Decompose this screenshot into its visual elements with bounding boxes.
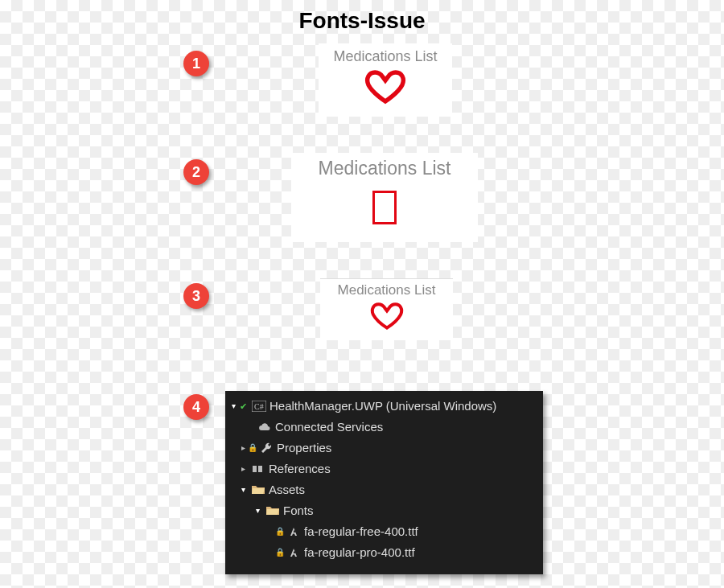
wrench-icon: [259, 441, 274, 455]
callout-badge-2: 2: [183, 159, 209, 185]
cloud-icon: [257, 420, 272, 434]
connected-services-label: Connected Services: [275, 419, 383, 435]
chevron-right-icon[interactable]: ▸: [238, 442, 248, 454]
card-3-label: Medications List: [338, 282, 436, 298]
references-label: References: [269, 461, 331, 477]
project-name: HealthManager.UWP (Universal Windows): [269, 398, 496, 414]
tree-item-properties[interactable]: ▸ 🔒 Properties: [228, 438, 540, 458]
page-title: Fonts-Issue: [0, 8, 724, 34]
chevron-down-icon[interactable]: ▾: [253, 505, 262, 516]
properties-label: Properties: [277, 440, 331, 456]
assets-label: Assets: [269, 482, 305, 498]
references-icon: [251, 462, 265, 476]
chevron-down-icon[interactable]: ▾: [238, 484, 248, 495]
missing-glyph-icon: [372, 191, 397, 224]
font-file-2-label: fa-regular-pro-400.ttf: [304, 545, 415, 561]
tree-item-connected-services[interactable]: Connected Services: [228, 417, 540, 438]
card-2-label: Medications List: [319, 158, 451, 179]
callout-badge-4: 4: [183, 394, 209, 420]
font-file-1-label: fa-regular-free-400.ttf: [304, 524, 418, 540]
svg-rect-3: [258, 466, 262, 472]
solution-explorer: ▾ ✔ C# HealthManager.UWP (Universal Wind…: [225, 391, 543, 574]
heart-icon: [367, 298, 407, 334]
callout-badge-1: 1: [183, 51, 209, 76]
folder-open-icon: [265, 504, 280, 518]
tree-item-font-file-1[interactable]: 🔒 fa-regular-free-400.ttf: [228, 521, 540, 542]
heart-icon: [361, 65, 409, 109]
svg-text:C#: C#: [254, 402, 264, 411]
tree-item-references[interactable]: ▸ References: [228, 458, 540, 479]
folder-open-icon: [251, 483, 265, 497]
lock-icon: 🔒: [275, 526, 285, 537]
lock-icon: 🔒: [275, 547, 285, 558]
font-file-icon: [286, 524, 301, 539]
card-2: Medications List: [291, 153, 478, 242]
svg-rect-2: [253, 466, 257, 472]
card-1-label: Medications List: [333, 48, 437, 65]
card-3: Medications List: [320, 278, 453, 340]
tree-item-font-file-2[interactable]: 🔒 fa-regular-pro-400.ttf: [228, 542, 540, 563]
check-icon: ✔: [240, 401, 247, 413]
tree-item-fonts[interactable]: ▾ Fonts: [228, 500, 540, 521]
chevron-down-icon[interactable]: ▾: [228, 401, 238, 412]
csharp-project-icon: C#: [252, 399, 266, 413]
tree-item-assets[interactable]: ▾ Assets: [228, 479, 540, 500]
callout-badge-3: 3: [183, 283, 209, 309]
font-file-icon: [286, 545, 301, 560]
fonts-label: Fonts: [283, 503, 314, 519]
lock-icon: 🔒: [248, 442, 257, 454]
card-1: Medications List: [319, 43, 452, 117]
chevron-right-icon[interactable]: ▸: [238, 463, 248, 475]
tree-item-project[interactable]: ▾ ✔ C# HealthManager.UWP (Universal Wind…: [228, 396, 540, 417]
